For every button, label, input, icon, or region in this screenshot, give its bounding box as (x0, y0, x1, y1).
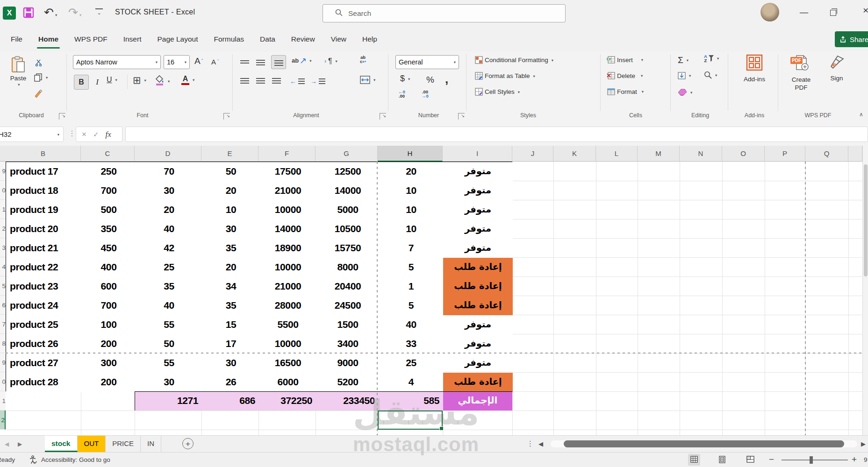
sheet-nav-right-icon[interactable]: ▶ (18, 441, 22, 447)
fill-handle[interactable] (439, 426, 444, 431)
column-header-E[interactable]: E (201, 146, 258, 162)
undo-button[interactable]: ↶▾ (44, 6, 57, 19)
column-header-D[interactable]: D (135, 146, 201, 162)
align-right-button[interactable] (272, 78, 282, 84)
font-color-button[interactable]: A ▾ (181, 75, 194, 85)
cell-I28[interactable]: متوفر (443, 334, 513, 354)
column-header-Q[interactable]: Q (805, 146, 848, 162)
cell-E20[interactable]: 20 (202, 181, 260, 201)
column-header-G[interactable]: G (316, 146, 378, 162)
cell-I25[interactable]: إعادة طلب (443, 277, 513, 297)
format-painter-button[interactable] (34, 89, 43, 98)
zoom-out-button[interactable]: − (769, 454, 774, 465)
zoom-slider-thumb[interactable] (810, 456, 813, 464)
column-header-J[interactable]: J (512, 146, 553, 162)
normal-view-button[interactable] (688, 454, 700, 466)
insert-cells-button[interactable]: Insert▾ (607, 56, 643, 64)
cell-E31[interactable]: 686 (202, 392, 260, 410)
cell-B24[interactable]: product 22 (6, 258, 83, 277)
sheet-tab-stock[interactable]: stock (45, 436, 78, 452)
hscroll-track[interactable] (551, 440, 857, 447)
cell-D27[interactable]: 55 (135, 315, 203, 335)
increase-decimal-button[interactable]: ←0.00 (398, 90, 405, 98)
cell-I24[interactable]: إعادة طلب (443, 258, 513, 277)
column-header-F[interactable]: F (258, 146, 316, 162)
comma-style-button[interactable]: , (445, 72, 448, 86)
cell-I31[interactable]: الإجمالي (443, 392, 512, 410)
font-name-select[interactable]: Aptos Narrow▾ (73, 55, 161, 69)
cell-E29[interactable]: 30 (202, 354, 260, 373)
cell-H27[interactable]: 40 (378, 315, 445, 335)
cell-H30[interactable]: 4 (378, 373, 445, 392)
cell-H24[interactable]: 5 (378, 258, 445, 277)
cell-F21[interactable]: 10000 (259, 200, 317, 220)
cell-D19[interactable]: 70 (135, 162, 203, 182)
select-all-corner[interactable] (0, 146, 6, 162)
tab-review[interactable]: Review (283, 27, 323, 51)
cell-E21[interactable]: 10 (202, 200, 260, 220)
decrease-decimal-button[interactable]: .00→0 (422, 90, 429, 98)
middle-align-button[interactable] (256, 59, 266, 67)
cell-D25[interactable]: 35 (135, 277, 203, 297)
column-header-partial[interactable] (848, 146, 862, 162)
wrap-text-button[interactable]: abc↩ (360, 55, 366, 64)
cell-C21[interactable]: 500 (81, 200, 136, 220)
clipboard-dialog-launcher[interactable]: ↘ (59, 113, 65, 120)
cell-I30[interactable]: إعادة طلب (443, 373, 513, 392)
font-size-select[interactable]: 16▾ (164, 55, 190, 69)
cell-B25[interactable]: product 23 (6, 277, 83, 297)
cell-F26[interactable]: 28000 (259, 296, 317, 316)
cell-F31[interactable]: 372250 (259, 392, 317, 410)
cell-B23[interactable]: product 21 (6, 239, 83, 258)
cell-D22[interactable]: 40 (135, 219, 203, 239)
cell-F27[interactable]: 5500 (259, 315, 317, 335)
sort-filter-button[interactable]: AZ ▾ (704, 54, 719, 63)
underline-button[interactable]: U▾ (107, 76, 117, 84)
column-header-M[interactable]: M (638, 146, 680, 162)
cell-C23[interactable]: 450 (81, 239, 136, 258)
cell-C19[interactable]: 250 (81, 162, 136, 182)
row-header-23[interactable]: 3 (0, 238, 6, 257)
cell-B26[interactable]: product 24 (6, 296, 83, 316)
increase-indent-button[interactable]: → (310, 78, 325, 85)
cell-D23[interactable]: 42 (135, 239, 203, 258)
cell-H20[interactable]: 10 (378, 181, 445, 201)
italic-button[interactable]: I (92, 76, 103, 89)
column-header-O[interactable]: O (722, 146, 765, 162)
cell-B22[interactable]: product 20 (6, 219, 83, 239)
cell-B27[interactable]: product 25 (6, 315, 83, 335)
column-header-C[interactable]: C (81, 146, 135, 162)
vertical-scrollbar[interactable] (862, 146, 868, 435)
cut-button[interactable] (35, 59, 43, 67)
cell-F25[interactable]: 21000 (259, 277, 317, 297)
cell-D21[interactable]: 20 (135, 200, 203, 220)
cell-B29[interactable]: product 27 (6, 354, 83, 373)
tab-data[interactable]: Data (252, 27, 283, 51)
cell-G19[interactable]: 12500 (316, 162, 380, 182)
cell-H26[interactable]: 5 (378, 296, 445, 316)
search-box[interactable]: Search (323, 4, 566, 22)
column-header-I[interactable]: I (443, 146, 512, 162)
page-break-view-button[interactable] (744, 454, 756, 466)
cell-E28[interactable]: 17 (202, 334, 260, 354)
vscroll-thumb[interactable] (864, 164, 868, 276)
cell-E24[interactable]: 20 (202, 258, 260, 277)
cell-G31[interactable]: 233450 (316, 392, 379, 410)
redo-button[interactable]: ↷▾ (68, 6, 81, 19)
bold-button[interactable]: B (74, 75, 89, 90)
cell-I19[interactable]: متوفر (443, 162, 513, 182)
cell-B19[interactable]: product 17 (6, 162, 83, 182)
name-box[interactable]: H32 ▾ (0, 127, 64, 142)
cell-I21[interactable]: متوفر (443, 200, 513, 220)
clear-button[interactable]: ▾ (678, 89, 692, 96)
cell-B21[interactable]: product 19 (6, 200, 83, 220)
row-header-32[interactable]: 2 (0, 410, 6, 430)
cell-C20[interactable]: 700 (81, 181, 136, 201)
column-header-B[interactable]: B (6, 146, 81, 162)
insert-function-icon[interactable]: fx (106, 130, 111, 139)
row-header-21[interactable]: 1 (0, 200, 6, 219)
hscroll-right-arrow[interactable]: ▶ (861, 440, 866, 447)
addins-button[interactable]: Add-ins (732, 54, 777, 83)
cell-I27[interactable]: متوفر (443, 315, 513, 335)
row-header-30[interactable]: 0 (0, 372, 6, 391)
